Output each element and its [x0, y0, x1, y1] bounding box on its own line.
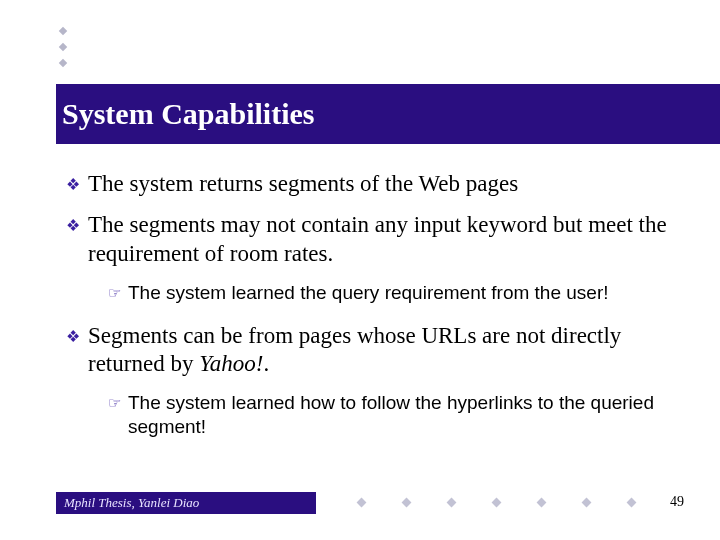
page-number: 49 — [670, 494, 684, 510]
deco-dot — [627, 498, 637, 508]
diamond-bullet-icon: ❖ — [66, 170, 88, 199]
bullet-item: ❖ The system returns segments of the Web… — [66, 170, 680, 199]
content-area: ❖ The system returns segments of the Web… — [66, 170, 680, 455]
deco-dot — [59, 27, 67, 35]
deco-dot — [582, 498, 592, 508]
sub-bullet-item: ☞ The system learned how to follow the h… — [108, 391, 680, 439]
bullet-item: ❖ Segments can be from pages whose URLs … — [66, 322, 680, 380]
bullet-text: The system returns segments of the Web p… — [88, 170, 518, 199]
top-decorative-dots — [60, 28, 66, 66]
sub-bullet-text: The system learned the query requirement… — [128, 281, 609, 305]
bullet-item: ❖ The segments may not contain any input… — [66, 211, 680, 269]
sub-bullet-item: ☞ The system learned the query requireme… — [108, 281, 680, 306]
diamond-bullet-icon: ❖ — [66, 211, 88, 240]
title-bar: System Capabilities — [56, 84, 720, 144]
hand-bullet-icon: ☞ — [108, 281, 128, 306]
deco-dot — [447, 498, 457, 508]
slide: System Capabilities ❖ The system returns… — [0, 0, 720, 540]
bullet-text-pre: Segments can be from pages whose URLs ar… — [88, 323, 621, 377]
footer-text: Mphil Thesis, Yanlei Diao — [64, 495, 199, 511]
hand-bullet-icon: ☞ — [108, 391, 128, 416]
bullet-text-post: . — [263, 351, 269, 376]
bullet-text-emph: Yahoo! — [199, 351, 263, 376]
bullet-text: The segments may not contain any input k… — [88, 211, 680, 269]
deco-dot — [402, 498, 412, 508]
deco-dot — [357, 498, 367, 508]
footer-bar: Mphil Thesis, Yanlei Diao — [56, 492, 316, 514]
bullet-text: Segments can be from pages whose URLs ar… — [88, 322, 680, 380]
sub-bullet-text: The system learned how to follow the hyp… — [128, 391, 680, 439]
deco-dot — [492, 498, 502, 508]
deco-dot — [59, 59, 67, 67]
deco-dot — [59, 43, 67, 51]
diamond-bullet-icon: ❖ — [66, 322, 88, 351]
bottom-decorative-dots — [358, 499, 635, 506]
deco-dot — [537, 498, 547, 508]
slide-title: System Capabilities — [62, 97, 315, 131]
